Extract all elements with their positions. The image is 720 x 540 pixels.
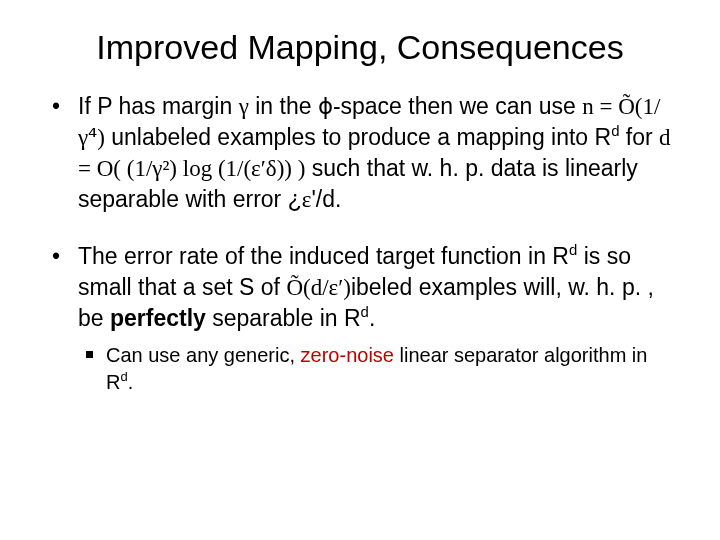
- text: .: [128, 371, 134, 393]
- text: separable in R: [206, 305, 361, 331]
- text: unlabeled examples to produce a mapping …: [105, 124, 611, 150]
- text: γ: [239, 94, 249, 119]
- text: The error rate of the induced target fun…: [78, 243, 569, 269]
- text: If P has margin: [78, 93, 239, 119]
- text-red: zero-noise: [301, 344, 394, 366]
- bullet-list: If P has margin γ in the ϕ-space then we…: [42, 91, 678, 396]
- text: in the: [249, 93, 318, 119]
- text: Can use any generic,: [106, 344, 301, 366]
- slide-title: Improved Mapping, Consequences: [42, 28, 678, 67]
- text: -space then we can use: [333, 93, 582, 119]
- bullet-1: If P has margin γ in the ϕ-space then we…: [42, 91, 678, 215]
- sup: d: [120, 370, 127, 385]
- text-bold: perfectly: [110, 305, 206, 331]
- math-expr: Õ(d/ε′): [286, 275, 351, 300]
- text: '/d.: [311, 186, 341, 212]
- sup: d: [361, 304, 369, 321]
- slide: Improved Mapping, Consequences If P has …: [0, 0, 720, 540]
- text: ϕ: [318, 94, 333, 119]
- text: .: [369, 305, 375, 331]
- bullet-2: The error rate of the induced target fun…: [42, 241, 678, 396]
- text: for: [619, 124, 659, 150]
- sub-list: Can use any generic, zero-noise linear s…: [78, 342, 678, 396]
- sub-bullet-1: Can use any generic, zero-noise linear s…: [78, 342, 678, 396]
- text: ε: [302, 187, 312, 212]
